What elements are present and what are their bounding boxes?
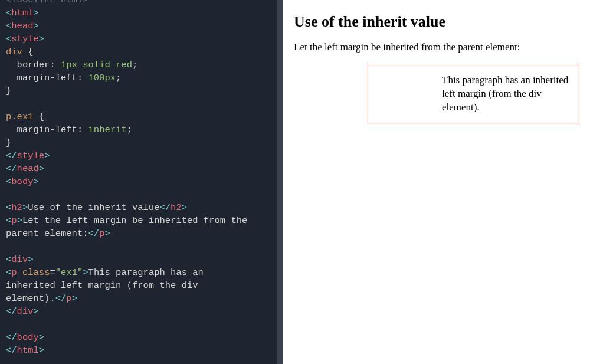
code-token: inherited left margin (from the div bbox=[6, 280, 204, 291]
code-token: < bbox=[6, 21, 11, 31]
code-token: html bbox=[17, 345, 39, 356]
code-token: p bbox=[11, 267, 17, 278]
code-token: < bbox=[6, 254, 11, 265]
code-token: </ bbox=[6, 163, 17, 174]
code-line[interactable]: div { bbox=[6, 45, 277, 58]
code-token: > bbox=[34, 176, 39, 187]
code-token: < bbox=[6, 176, 11, 187]
code-token: { bbox=[28, 47, 33, 57]
code-token: element). bbox=[6, 293, 55, 304]
code-line[interactable]: parent element:</p> bbox=[6, 227, 277, 240]
code-token: : bbox=[50, 60, 61, 70]
code-token: style bbox=[17, 150, 45, 161]
code-token: ; bbox=[116, 73, 121, 83]
code-token: > bbox=[72, 293, 77, 304]
code-line[interactable] bbox=[6, 97, 277, 110]
code-token: < bbox=[6, 267, 11, 278]
code-token: < bbox=[6, 8, 11, 18]
code-line[interactable]: </body> bbox=[6, 331, 277, 344]
code-token bbox=[6, 189, 11, 200]
code-token: div bbox=[11, 254, 28, 265]
code-line[interactable]: p.ex1 { bbox=[6, 110, 277, 123]
code-line[interactable]: margin-left: 100px; bbox=[6, 71, 277, 84]
code-token: 1px solid red bbox=[61, 60, 132, 70]
code-token: p.ex1 bbox=[6, 112, 34, 122]
code-line[interactable]: } bbox=[6, 84, 277, 97]
code-line[interactable]: inherited left margin (from the div bbox=[6, 279, 277, 292]
code-token: </ bbox=[6, 332, 17, 343]
code-editor-pane[interactable]: <!DOCTYPE html><html><head><style>div { … bbox=[0, 0, 283, 364]
code-token: < bbox=[6, 202, 11, 213]
code-token: border bbox=[17, 60, 50, 70]
code-line[interactable]: <!DOCTYPE html> bbox=[6, 0, 277, 6]
code-line[interactable]: } bbox=[6, 136, 277, 149]
code-token: < bbox=[6, 215, 11, 226]
code-token: > bbox=[39, 34, 44, 44]
code-token: body bbox=[17, 332, 39, 343]
code-line[interactable] bbox=[6, 318, 277, 331]
code-line[interactable]: <div> bbox=[6, 253, 277, 266]
code-token: { bbox=[39, 112, 44, 122]
code-token: inherit bbox=[88, 124, 127, 135]
code-line[interactable]: <p class="ex1">This paragraph has an bbox=[6, 266, 277, 279]
code-token: </ bbox=[88, 228, 100, 239]
code-token: head bbox=[17, 163, 39, 174]
code-token: ; bbox=[132, 60, 137, 70]
code-line[interactable]: <head> bbox=[6, 19, 277, 32]
code-token: class bbox=[22, 267, 50, 278]
code-token bbox=[6, 319, 11, 330]
code-token: h2 bbox=[11, 202, 22, 213]
code-token: </ bbox=[6, 345, 17, 356]
code-token: p bbox=[66, 293, 71, 304]
code-token: = bbox=[50, 267, 55, 278]
code-token: Use of the inherit value bbox=[28, 202, 159, 213]
code-token: </ bbox=[6, 150, 17, 161]
code-token: > bbox=[39, 163, 44, 174]
code-token: } bbox=[6, 137, 11, 148]
code-token: < bbox=[6, 34, 11, 44]
code-line[interactable]: <style> bbox=[6, 32, 277, 45]
code-token: Let the left margin be inherited from th… bbox=[22, 215, 253, 226]
code-line[interactable]: </div> bbox=[6, 305, 277, 318]
code-token bbox=[22, 47, 28, 57]
code-token: > bbox=[44, 150, 50, 161]
code-line[interactable] bbox=[6, 240, 277, 253]
code-token: } bbox=[6, 86, 11, 96]
code-line[interactable]: </html> bbox=[6, 344, 277, 357]
code-token: p bbox=[11, 215, 17, 226]
code-line[interactable]: element).</p> bbox=[6, 292, 277, 305]
code-token: <!DOCTYPE html> bbox=[6, 0, 88, 5]
code-line[interactable]: </style> bbox=[6, 149, 277, 162]
code-token: html bbox=[11, 8, 33, 18]
code-token bbox=[6, 60, 17, 70]
code-token: parent element: bbox=[6, 228, 88, 239]
code-token: > bbox=[39, 345, 44, 356]
code-token: body bbox=[11, 176, 33, 187]
code-line[interactable]: <body> bbox=[6, 175, 277, 188]
code-line[interactable]: <h2>Use of the inherit value</h2> bbox=[6, 201, 277, 214]
code-token bbox=[17, 267, 22, 278]
code-token bbox=[6, 99, 11, 109]
code-token: </ bbox=[6, 306, 17, 317]
code-token: "ex1" bbox=[55, 267, 83, 278]
code-token: > bbox=[17, 215, 22, 226]
code-token: > bbox=[83, 267, 88, 278]
code-token: div bbox=[6, 47, 22, 57]
code-line[interactable]: border: 1px solid red; bbox=[6, 58, 277, 71]
code-line[interactable]: <p>Let the left margin be inherited from… bbox=[6, 214, 277, 227]
code-content[interactable]: <!DOCTYPE html><html><head><style>div { … bbox=[6, 0, 277, 357]
output-pane: Use of the inherit value Let the left ma… bbox=[283, 0, 590, 364]
code-token: > bbox=[182, 202, 187, 213]
code-token bbox=[34, 112, 39, 122]
code-token: 100px bbox=[88, 73, 116, 83]
code-token: style bbox=[11, 34, 39, 44]
code-line[interactable] bbox=[6, 188, 277, 201]
code-line[interactable]: <html> bbox=[6, 6, 277, 19]
code-token: ; bbox=[127, 124, 132, 135]
code-token: margin-left bbox=[17, 73, 77, 83]
code-token: </ bbox=[55, 293, 67, 304]
output-heading: Use of the inherit value bbox=[294, 13, 579, 31]
scrollbar-vertical[interactable] bbox=[277, 0, 283, 364]
code-line[interactable]: margin-left: inherit; bbox=[6, 123, 277, 136]
code-line[interactable]: </head> bbox=[6, 162, 277, 175]
